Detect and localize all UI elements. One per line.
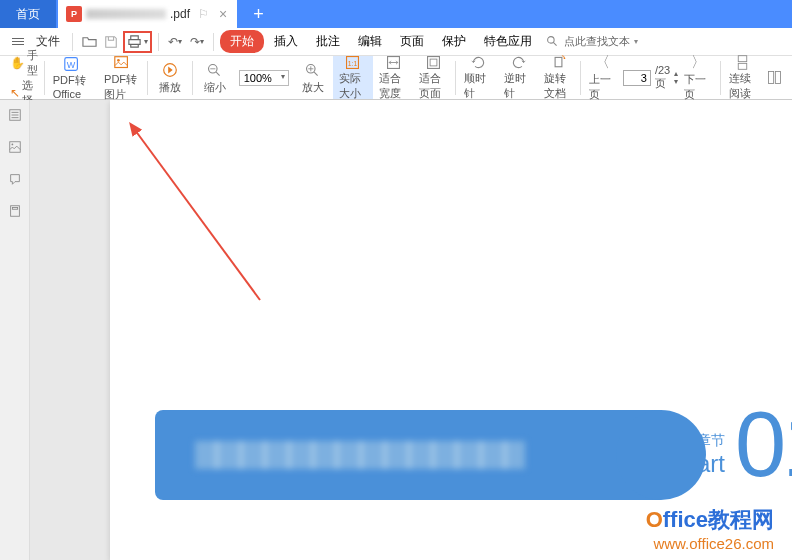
svg-line-1: [553, 42, 556, 45]
svg-rect-33: [12, 208, 17, 210]
rotate-doc-button[interactable]: 旋转文档: [538, 56, 578, 99]
redo-icon[interactable]: ↷▾: [187, 32, 207, 52]
menu-edit[interactable]: 编辑: [350, 29, 390, 54]
undo-icon[interactable]: ↶▾: [165, 32, 185, 52]
fit-page-icon: [425, 54, 442, 71]
menu-special[interactable]: 特色应用: [476, 29, 540, 54]
zoom-in-icon: [304, 60, 321, 80]
fit-width-button[interactable]: 适合宽度: [373, 56, 413, 99]
file-extension: .pdf: [170, 7, 190, 21]
fit-width-icon: [385, 54, 402, 71]
convert-image-icon: [113, 54, 131, 72]
rotate-doc-icon: [550, 54, 567, 71]
convert-word-icon: W: [63, 55, 81, 73]
menu-comment[interactable]: 批注: [308, 29, 348, 54]
play-button[interactable]: 播放: [150, 56, 190, 99]
svg-point-0: [547, 37, 554, 44]
svg-line-9: [216, 72, 219, 75]
actual-size-button[interactable]: 1:1 实际大小: [333, 56, 373, 99]
banner-title-blurred: [195, 441, 525, 469]
divider: [720, 61, 721, 95]
prev-page-icon: 〈: [595, 53, 610, 72]
divider: [580, 61, 581, 95]
play-icon: [161, 60, 179, 80]
search-placeholder[interactable]: 点此查找文本: [564, 34, 630, 49]
svg-line-13: [314, 72, 317, 75]
rotate-ccw-button[interactable]: 逆时针: [498, 56, 538, 99]
watermark-title: OOffice教程网ffice教程网: [646, 505, 774, 535]
main-area: 章节 Part 01: [0, 100, 792, 560]
annotation-icon[interactable]: [8, 172, 22, 186]
svg-rect-24: [769, 72, 774, 84]
more-button[interactable]: [763, 56, 786, 99]
search-icon[interactable]: [542, 32, 562, 52]
chapter-number: 01: [735, 392, 792, 497]
svg-rect-18: [427, 57, 439, 69]
tab-close-icon[interactable]: ×: [219, 6, 227, 22]
page-number-input[interactable]: [623, 70, 651, 86]
svg-rect-23: [739, 63, 748, 69]
divider: [192, 61, 193, 95]
menu-bar: 文件 ▾ ↶▾ ↷▾ 开始 插入 批注 编辑 页面 保护 特色应用 点此查找文本…: [0, 28, 792, 56]
document-canvas[interactable]: 章节 Part 01: [30, 100, 792, 560]
page-navigator: /23页 ▴▾: [623, 64, 678, 91]
open-folder-icon[interactable]: [79, 32, 99, 52]
svg-text:1:1: 1:1: [348, 60, 358, 67]
svg-rect-30: [9, 142, 20, 153]
next-page-button[interactable]: 〉 下一页: [678, 56, 718, 99]
next-page-icon: 〉: [691, 53, 706, 72]
new-tab-button[interactable]: +: [253, 4, 264, 25]
more-icon: [766, 68, 783, 88]
pdf-to-image-button[interactable]: PDF转图片: [98, 56, 145, 99]
left-sidebar: [0, 100, 30, 560]
divider: [455, 61, 456, 95]
tab-document[interactable]: P .pdf ⚐ ×: [58, 0, 237, 28]
svg-rect-25: [775, 72, 780, 84]
zoom-out-button[interactable]: 缩小: [195, 56, 235, 99]
title-bar: 首页 P .pdf ⚐ × +: [0, 0, 792, 28]
fit-page-button[interactable]: 适合页面: [413, 56, 453, 99]
app-window: 首页 P .pdf ⚐ × + 文件 ▾ ↶▾ ↷▾ 开始 插入 批注 编辑: [0, 0, 792, 560]
svg-text:W: W: [67, 60, 76, 70]
search-dropdown-icon[interactable]: ▾: [634, 37, 638, 46]
zoom-level[interactable]: 100%: [235, 70, 293, 86]
svg-point-31: [11, 144, 13, 146]
continuous-read-button[interactable]: 连续阅读: [723, 56, 763, 99]
menu-hamburger-icon[interactable]: [8, 38, 28, 45]
divider: [213, 33, 214, 51]
divider: [147, 61, 148, 95]
rotate-ccw-icon: [510, 54, 527, 71]
tab-home[interactable]: 首页: [0, 0, 56, 28]
watermark: OOffice教程网ffice教程网 www.office26.com: [646, 505, 774, 552]
zoom-in-button[interactable]: 放大: [293, 56, 333, 99]
rotate-cw-button[interactable]: 顺时针: [458, 56, 498, 99]
banner-body: [155, 410, 661, 500]
menu-page[interactable]: 页面: [392, 29, 432, 54]
svg-rect-20: [555, 57, 562, 66]
attachment-icon[interactable]: [8, 204, 22, 218]
save-icon[interactable]: [101, 32, 121, 52]
watermark-url: www.office26.com: [646, 535, 774, 552]
actual-size-icon: 1:1: [344, 54, 361, 71]
ribbon-toolbar: ✋手型 ↖选择 W PDF转Office PDF转图片 播放 缩小 100% 放…: [0, 56, 792, 100]
divider: [158, 33, 159, 51]
print-icon: [127, 34, 142, 49]
zoom-out-icon: [206, 60, 223, 80]
pdf-page: 章节 Part 01: [110, 100, 792, 560]
prev-page-button[interactable]: 〈 上一页: [583, 56, 623, 99]
continuous-icon: [734, 54, 751, 71]
pdf-file-icon: P: [66, 6, 82, 22]
menu-protect[interactable]: 保护: [434, 29, 474, 54]
outline-icon[interactable]: [8, 108, 22, 122]
svg-rect-19: [430, 59, 437, 66]
menu-start[interactable]: 开始: [220, 30, 264, 53]
hand-tool[interactable]: ✋手型: [10, 48, 38, 78]
dropdown-icon: ▾: [144, 37, 148, 46]
pdf-to-office-button[interactable]: W PDF转Office: [47, 56, 98, 99]
svg-rect-22: [739, 56, 748, 62]
chapter-banner: 章节 Part: [155, 410, 725, 500]
tab-pin-icon[interactable]: ⚐: [198, 7, 209, 21]
print-button-highlighted[interactable]: ▾: [123, 31, 152, 53]
menu-insert[interactable]: 插入: [266, 29, 306, 54]
thumbnail-icon[interactable]: [8, 140, 22, 154]
